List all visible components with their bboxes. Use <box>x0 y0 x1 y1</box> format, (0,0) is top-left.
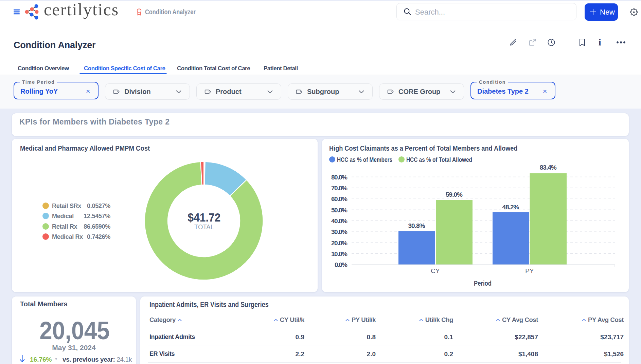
svg-text:0.0%: 0.0% <box>335 261 348 268</box>
svg-text:HCC as % of Members: HCC as % of Members <box>337 156 392 163</box>
svg-text:30.8%: 30.8% <box>408 222 425 229</box>
svg-text:70.0%: 70.0% <box>331 185 348 192</box>
svg-text:83.4%: 83.4% <box>540 164 557 171</box>
svg-text:50.0%: 50.0% <box>331 207 348 214</box>
svg-text:40.0%: 40.0% <box>331 217 348 225</box>
svg-text:TOTAL: TOTAL <box>194 223 214 231</box>
svg-text:10.0%: 10.0% <box>331 250 348 257</box>
svg-text:PY: PY <box>525 267 534 274</box>
svg-text:80.0%: 80.0% <box>331 174 348 181</box>
svg-text:Period: Period <box>474 280 492 287</box>
svg-text:HCC as % of Total Allowed: HCC as % of Total Allowed <box>406 156 472 163</box>
svg-text:CY: CY <box>431 267 440 274</box>
svg-text:59.0%: 59.0% <box>446 191 463 198</box>
svg-text:48.2%: 48.2% <box>502 204 519 211</box>
svg-text:20.0%: 20.0% <box>331 240 348 247</box>
svg-text:30.0%: 30.0% <box>331 228 348 235</box>
svg-text:60.0%: 60.0% <box>331 195 348 203</box>
svg-text:$41.72: $41.72 <box>188 211 221 224</box>
